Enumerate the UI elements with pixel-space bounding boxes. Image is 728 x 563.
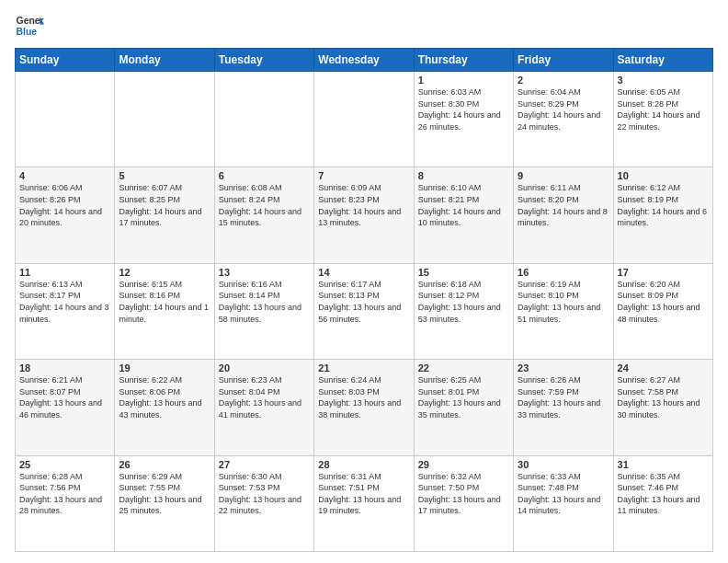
day-info: Sunrise: 6:16 AM Sunset: 8:14 PM Dayligh… bbox=[219, 279, 310, 325]
day-number: 3 bbox=[618, 75, 709, 86]
day-info: Sunrise: 6:12 AM Sunset: 8:19 PM Dayligh… bbox=[618, 182, 709, 228]
calendar-week-4: 18Sunrise: 6:21 AM Sunset: 8:07 PM Dayli… bbox=[16, 360, 713, 455]
calendar-cell: 12Sunrise: 6:15 AM Sunset: 8:16 PM Dayli… bbox=[115, 263, 214, 359]
calendar-cell: 17Sunrise: 6:20 AM Sunset: 8:09 PM Dayli… bbox=[613, 263, 712, 359]
day-info: Sunrise: 6:30 AM Sunset: 7:53 PM Dayligh… bbox=[219, 471, 310, 517]
day-info: Sunrise: 6:35 AM Sunset: 7:46 PM Dayligh… bbox=[618, 471, 709, 517]
day-number: 24 bbox=[618, 362, 709, 373]
day-number: 31 bbox=[618, 459, 709, 470]
calendar-cell bbox=[16, 72, 115, 167]
day-info: Sunrise: 6:32 AM Sunset: 7:50 PM Dayligh… bbox=[418, 471, 509, 517]
day-number: 14 bbox=[318, 267, 409, 278]
day-number: 7 bbox=[318, 170, 409, 181]
day-number: 22 bbox=[418, 362, 509, 373]
day-info: Sunrise: 6:15 AM Sunset: 8:16 PM Dayligh… bbox=[119, 279, 210, 325]
day-info: Sunrise: 6:07 AM Sunset: 8:25 PM Dayligh… bbox=[119, 182, 210, 228]
day-number: 30 bbox=[518, 459, 609, 470]
day-number: 15 bbox=[418, 267, 509, 278]
logo-icon: General Blue bbox=[15, 11, 44, 40]
day-info: Sunrise: 6:21 AM Sunset: 8:07 PM Dayligh… bbox=[19, 374, 110, 420]
day-info: Sunrise: 6:09 AM Sunset: 8:23 PM Dayligh… bbox=[318, 182, 409, 228]
calendar-cell: 31Sunrise: 6:35 AM Sunset: 7:46 PM Dayli… bbox=[613, 455, 712, 551]
day-number: 8 bbox=[418, 170, 509, 181]
calendar-cell: 14Sunrise: 6:17 AM Sunset: 8:13 PM Dayli… bbox=[314, 263, 414, 359]
day-number: 23 bbox=[518, 362, 609, 373]
calendar-cell: 10Sunrise: 6:12 AM Sunset: 8:19 PM Dayli… bbox=[613, 167, 712, 263]
calendar-cell: 18Sunrise: 6:21 AM Sunset: 8:07 PM Dayli… bbox=[16, 360, 115, 455]
day-number: 4 bbox=[19, 170, 110, 181]
calendar-week-1: 1Sunrise: 6:03 AM Sunset: 8:30 PM Daylig… bbox=[16, 72, 713, 167]
calendar-cell: 29Sunrise: 6:32 AM Sunset: 7:50 PM Dayli… bbox=[414, 455, 513, 551]
calendar-cell: 7Sunrise: 6:09 AM Sunset: 8:23 PM Daylig… bbox=[314, 167, 414, 263]
day-info: Sunrise: 6:06 AM Sunset: 8:26 PM Dayligh… bbox=[19, 182, 110, 228]
day-number: 29 bbox=[418, 459, 509, 470]
logo: General Blue bbox=[15, 11, 44, 40]
calendar-cell bbox=[115, 72, 214, 167]
calendar-table: SundayMondayTuesdayWednesdayThursdayFrid… bbox=[15, 48, 713, 552]
day-info: Sunrise: 6:22 AM Sunset: 8:06 PM Dayligh… bbox=[119, 374, 210, 420]
day-number: 20 bbox=[219, 362, 310, 373]
day-number: 2 bbox=[518, 75, 609, 86]
day-info: Sunrise: 6:17 AM Sunset: 8:13 PM Dayligh… bbox=[318, 279, 409, 325]
day-number: 21 bbox=[318, 362, 409, 373]
calendar-week-3: 11Sunrise: 6:13 AM Sunset: 8:17 PM Dayli… bbox=[16, 263, 713, 359]
day-number: 1 bbox=[418, 75, 509, 86]
calendar-cell: 3Sunrise: 6:05 AM Sunset: 8:28 PM Daylig… bbox=[613, 72, 712, 167]
day-number: 10 bbox=[618, 170, 709, 181]
day-info: Sunrise: 6:31 AM Sunset: 7:51 PM Dayligh… bbox=[318, 471, 409, 517]
day-info: Sunrise: 6:25 AM Sunset: 8:01 PM Dayligh… bbox=[418, 374, 509, 420]
day-number: 6 bbox=[219, 170, 310, 181]
day-number: 11 bbox=[19, 267, 110, 278]
calendar-cell: 20Sunrise: 6:23 AM Sunset: 8:04 PM Dayli… bbox=[214, 360, 313, 455]
day-info: Sunrise: 6:33 AM Sunset: 7:48 PM Dayligh… bbox=[518, 471, 609, 517]
day-number: 12 bbox=[119, 267, 210, 278]
calendar-cell bbox=[214, 72, 313, 167]
calendar-cell: 30Sunrise: 6:33 AM Sunset: 7:48 PM Dayli… bbox=[514, 455, 613, 551]
calendar-header-monday: Monday bbox=[115, 49, 214, 72]
calendar-header-wednesday: Wednesday bbox=[314, 49, 414, 72]
calendar-cell: 26Sunrise: 6:29 AM Sunset: 7:55 PM Dayli… bbox=[115, 455, 214, 551]
day-info: Sunrise: 6:10 AM Sunset: 8:21 PM Dayligh… bbox=[418, 182, 509, 228]
calendar-cell: 8Sunrise: 6:10 AM Sunset: 8:21 PM Daylig… bbox=[414, 167, 513, 263]
calendar-header-tuesday: Tuesday bbox=[214, 49, 313, 72]
page: General Blue SundayMondayTuesdayWednesda… bbox=[0, 0, 728, 563]
calendar-week-2: 4Sunrise: 6:06 AM Sunset: 8:26 PM Daylig… bbox=[16, 167, 713, 263]
calendar-cell: 4Sunrise: 6:06 AM Sunset: 8:26 PM Daylig… bbox=[16, 167, 115, 263]
day-number: 5 bbox=[119, 170, 210, 181]
day-info: Sunrise: 6:20 AM Sunset: 8:09 PM Dayligh… bbox=[618, 279, 709, 325]
calendar-cell: 11Sunrise: 6:13 AM Sunset: 8:17 PM Dayli… bbox=[16, 263, 115, 359]
day-info: Sunrise: 6:29 AM Sunset: 7:55 PM Dayligh… bbox=[119, 471, 210, 517]
calendar-cell: 5Sunrise: 6:07 AM Sunset: 8:25 PM Daylig… bbox=[115, 167, 214, 263]
day-number: 18 bbox=[19, 362, 110, 373]
day-number: 19 bbox=[119, 362, 210, 373]
calendar-cell: 6Sunrise: 6:08 AM Sunset: 8:24 PM Daylig… bbox=[214, 167, 313, 263]
day-info: Sunrise: 6:05 AM Sunset: 8:28 PM Dayligh… bbox=[618, 86, 709, 132]
calendar-cell: 24Sunrise: 6:27 AM Sunset: 7:58 PM Dayli… bbox=[613, 360, 712, 455]
calendar-cell: 9Sunrise: 6:11 AM Sunset: 8:20 PM Daylig… bbox=[514, 167, 613, 263]
day-info: Sunrise: 6:28 AM Sunset: 7:56 PM Dayligh… bbox=[19, 471, 110, 517]
calendar-cell: 25Sunrise: 6:28 AM Sunset: 7:56 PM Dayli… bbox=[16, 455, 115, 551]
day-number: 13 bbox=[219, 267, 310, 278]
day-number: 17 bbox=[618, 267, 709, 278]
calendar-cell: 16Sunrise: 6:19 AM Sunset: 8:10 PM Dayli… bbox=[514, 263, 613, 359]
calendar-header-thursday: Thursday bbox=[414, 49, 513, 72]
calendar-cell: 27Sunrise: 6:30 AM Sunset: 7:53 PM Dayli… bbox=[214, 455, 313, 551]
day-number: 26 bbox=[119, 459, 210, 470]
calendar-cell: 1Sunrise: 6:03 AM Sunset: 8:30 PM Daylig… bbox=[414, 72, 513, 167]
calendar-week-5: 25Sunrise: 6:28 AM Sunset: 7:56 PM Dayli… bbox=[16, 455, 713, 551]
day-info: Sunrise: 6:19 AM Sunset: 8:10 PM Dayligh… bbox=[518, 279, 609, 325]
day-info: Sunrise: 6:18 AM Sunset: 8:12 PM Dayligh… bbox=[418, 279, 509, 325]
calendar-cell: 19Sunrise: 6:22 AM Sunset: 8:06 PM Dayli… bbox=[115, 360, 214, 455]
day-info: Sunrise: 6:08 AM Sunset: 8:24 PM Dayligh… bbox=[219, 182, 310, 228]
header: General Blue bbox=[15, 11, 713, 40]
calendar-cell: 13Sunrise: 6:16 AM Sunset: 8:14 PM Dayli… bbox=[214, 263, 313, 359]
calendar-cell: 23Sunrise: 6:26 AM Sunset: 7:59 PM Dayli… bbox=[514, 360, 613, 455]
calendar-cell: 21Sunrise: 6:24 AM Sunset: 8:03 PM Dayli… bbox=[314, 360, 414, 455]
day-number: 16 bbox=[518, 267, 609, 278]
day-info: Sunrise: 6:24 AM Sunset: 8:03 PM Dayligh… bbox=[318, 374, 409, 420]
calendar-header-sunday: Sunday bbox=[16, 49, 115, 72]
calendar-cell: 22Sunrise: 6:25 AM Sunset: 8:01 PM Dayli… bbox=[414, 360, 513, 455]
day-info: Sunrise: 6:03 AM Sunset: 8:30 PM Dayligh… bbox=[418, 86, 509, 132]
day-info: Sunrise: 6:04 AM Sunset: 8:29 PM Dayligh… bbox=[518, 86, 609, 132]
calendar-cell bbox=[314, 72, 414, 167]
